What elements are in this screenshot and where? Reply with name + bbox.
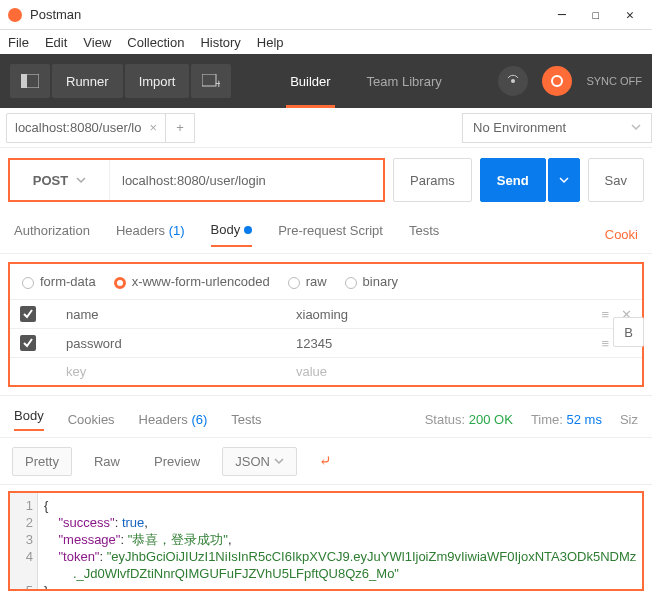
tab-authorization[interactable]: Authorization bbox=[14, 223, 90, 246]
method-select[interactable]: POST bbox=[10, 160, 110, 200]
close-tab-icon[interactable]: × bbox=[149, 120, 157, 135]
svg-rect-1 bbox=[21, 74, 27, 88]
bulk-edit-button[interactable]: B bbox=[613, 317, 644, 347]
cookies-link[interactable]: Cooki bbox=[605, 227, 638, 242]
drag-icon[interactable]: ≡ bbox=[601, 307, 609, 322]
line-gutter: 12345 bbox=[10, 493, 38, 589]
radio-raw[interactable]: raw bbox=[288, 274, 327, 289]
menu-collection[interactable]: Collection bbox=[127, 35, 184, 50]
tab-team-library[interactable]: Team Library bbox=[363, 58, 446, 104]
time-label: Time: bbox=[531, 412, 563, 427]
request-tab[interactable]: localhost:8080/user/lo × bbox=[6, 113, 166, 143]
menu-history[interactable]: History bbox=[200, 35, 240, 50]
size-label: Siz bbox=[620, 412, 638, 427]
save-button[interactable]: Sav bbox=[588, 158, 644, 202]
menu-edit[interactable]: Edit bbox=[45, 35, 67, 50]
param-value-placeholder[interactable]: value bbox=[296, 364, 632, 379]
satellite-icon[interactable] bbox=[498, 66, 528, 96]
chevron-down-icon bbox=[274, 456, 284, 466]
checkbox-icon[interactable] bbox=[20, 335, 36, 351]
radio-urlencoded[interactable]: x-www-form-urlencoded bbox=[114, 274, 270, 289]
param-row: name xiaoming ≡✕ bbox=[10, 299, 642, 328]
checkbox-icon[interactable] bbox=[20, 306, 36, 322]
radio-form-data[interactable]: form-data bbox=[22, 274, 96, 289]
url-input[interactable] bbox=[110, 160, 383, 200]
param-key-placeholder[interactable]: key bbox=[66, 364, 296, 379]
view-raw[interactable]: Raw bbox=[82, 448, 132, 475]
param-row-new: key value bbox=[10, 357, 642, 385]
menu-help[interactable]: Help bbox=[257, 35, 284, 50]
tab-prerequest[interactable]: Pre-request Script bbox=[278, 223, 383, 246]
response-body: 12345 { "success": true, "message": "恭喜，… bbox=[8, 491, 644, 591]
window-title: Postman bbox=[30, 7, 556, 22]
radio-binary[interactable]: binary bbox=[345, 274, 398, 289]
close-icon[interactable]: ✕ bbox=[624, 9, 636, 21]
drag-icon[interactable]: ≡ bbox=[601, 336, 609, 351]
svg-rect-2 bbox=[202, 74, 216, 86]
sync-icon[interactable] bbox=[542, 66, 572, 96]
tab-builder[interactable]: Builder bbox=[286, 58, 334, 104]
environment-label: No Environment bbox=[473, 120, 566, 135]
status-value: 200 OK bbox=[469, 412, 513, 427]
param-key[interactable]: password bbox=[66, 336, 296, 351]
svg-text:+: + bbox=[215, 76, 220, 88]
response-code[interactable]: { "success": true, "message": "恭喜，登录成功",… bbox=[38, 493, 642, 589]
resp-tab-tests[interactable]: Tests bbox=[231, 412, 261, 427]
tab-tests[interactable]: Tests bbox=[409, 223, 439, 246]
lang-select[interactable]: JSON bbox=[222, 447, 296, 476]
method-label: POST bbox=[33, 173, 68, 188]
resp-tab-body[interactable]: Body bbox=[14, 408, 44, 431]
menu-view[interactable]: View bbox=[83, 35, 111, 50]
minimize-icon[interactable]: ─ bbox=[556, 9, 568, 21]
import-button[interactable]: Import bbox=[125, 64, 190, 98]
wrap-icon[interactable]: ⤶ bbox=[307, 446, 344, 476]
status-label: Status: bbox=[425, 412, 465, 427]
menu-file[interactable]: File bbox=[8, 35, 29, 50]
menubar: File Edit View Collection History Help bbox=[0, 30, 652, 54]
resp-tab-cookies[interactable]: Cookies bbox=[68, 412, 115, 427]
request-tab-label: localhost:8080/user/lo bbox=[15, 120, 143, 135]
param-value[interactable]: 12345 bbox=[296, 336, 601, 351]
send-button[interactable]: Send bbox=[480, 158, 546, 202]
svg-point-5 bbox=[552, 76, 562, 86]
sidebar-toggle-icon[interactable] bbox=[10, 64, 50, 98]
tab-headers[interactable]: Headers (1) bbox=[116, 223, 185, 246]
maximize-icon[interactable]: ☐ bbox=[590, 9, 602, 21]
params-button[interactable]: Params bbox=[393, 158, 472, 202]
chevron-down-icon bbox=[631, 120, 641, 135]
chevron-down-icon bbox=[76, 175, 86, 185]
sync-status: SYNC OFF bbox=[586, 75, 642, 87]
send-options-button[interactable] bbox=[548, 158, 580, 202]
add-tab-button[interactable]: + bbox=[165, 113, 195, 143]
dot-icon bbox=[244, 226, 252, 234]
time-value: 52 ms bbox=[567, 412, 602, 427]
view-preview[interactable]: Preview bbox=[142, 448, 212, 475]
resp-tab-headers[interactable]: Headers (6) bbox=[139, 412, 208, 427]
environment-select[interactable]: No Environment bbox=[462, 113, 652, 143]
param-row: password 12345 ≡✕ bbox=[10, 328, 642, 357]
param-key[interactable]: name bbox=[66, 307, 296, 322]
app-logo bbox=[8, 8, 22, 22]
param-value[interactable]: xiaoming bbox=[296, 307, 601, 322]
svg-point-4 bbox=[511, 79, 515, 83]
tab-body[interactable]: Body bbox=[211, 222, 253, 247]
view-pretty[interactable]: Pretty bbox=[12, 447, 72, 476]
new-tab-icon[interactable]: + bbox=[191, 64, 231, 98]
runner-button[interactable]: Runner bbox=[52, 64, 123, 98]
